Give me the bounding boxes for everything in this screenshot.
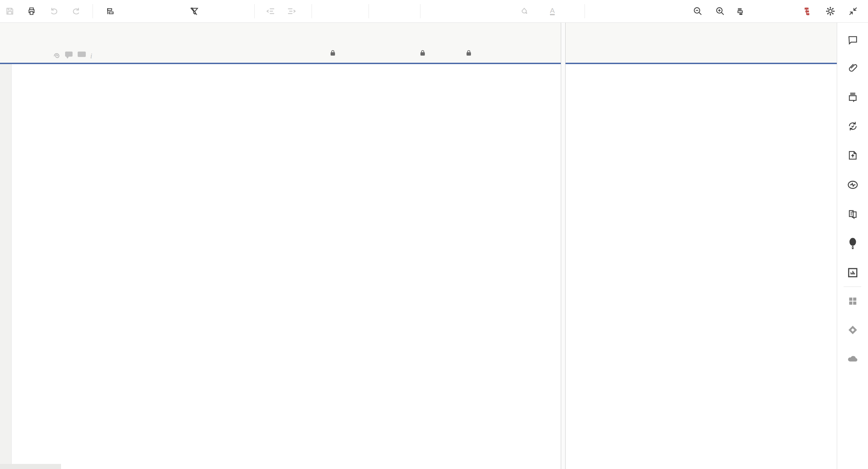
lock-icon (331, 52, 335, 56)
update-requests-icon[interactable] (848, 121, 858, 131)
comments-column-header[interactable] (65, 52, 73, 57)
start-date-column-icons[interactable] (420, 52, 425, 55)
filter-button[interactable] (190, 7, 203, 16)
toolbar: A (0, 0, 868, 23)
toolbar-separator (420, 4, 420, 18)
outdent-button[interactable] (266, 6, 275, 16)
proofs-column-header[interactable] (78, 52, 86, 57)
connectors-cloud-icon[interactable] (847, 355, 859, 363)
gantt-timeline-header (566, 22, 837, 63)
conversations-icon[interactable] (848, 35, 858, 45)
font-color-button[interactable]: A (550, 7, 557, 15)
info-italic-icon: i (90, 52, 92, 60)
settings-button[interactable] (825, 6, 835, 16)
indent-button[interactable] (287, 6, 296, 16)
toolbar-separator (585, 4, 585, 18)
smartsheet-labs-icon[interactable] (848, 238, 858, 249)
collapse-toolbar-button[interactable] (848, 6, 858, 16)
horizontal-scrollbar-thumb[interactable] (0, 464, 61, 469)
save-button[interactable] (5, 7, 14, 16)
zoom-in-icon (715, 6, 725, 16)
row-info-column-header[interactable]: i (90, 52, 92, 60)
right-rail (837, 22, 868, 469)
zoom-out-button[interactable] (693, 6, 703, 16)
toolbar-separator (93, 4, 93, 18)
zoom-out-icon (693, 6, 703, 16)
activity-log-icon[interactable] (847, 179, 858, 190)
grid-gantt-splitter[interactable] (561, 22, 566, 469)
outdent-icon (266, 6, 275, 16)
header-divider-rule (0, 63, 837, 64)
redo-icon (72, 7, 81, 16)
toolbar-separator (254, 4, 255, 18)
undo-icon (50, 7, 58, 16)
assigned-column-icons[interactable] (331, 52, 337, 55)
premium-diamond-icon[interactable] (848, 325, 858, 335)
attachments-column-header[interactable] (53, 52, 61, 60)
sheet-summary-icon[interactable] (848, 209, 858, 219)
publish-icon[interactable] (848, 150, 858, 160)
baselines-button[interactable] (736, 7, 748, 16)
gantt-view-icon (106, 7, 115, 16)
sidebar-divider (844, 287, 861, 287)
attachments-icon[interactable] (848, 63, 858, 73)
gantt-chart-area (566, 64, 837, 469)
zoom-in-button[interactable] (715, 6, 725, 16)
lock-icon (467, 52, 471, 56)
indent-icon (287, 6, 296, 16)
print-button[interactable] (27, 7, 36, 16)
toolbar-separator (369, 4, 369, 18)
left-gutter (0, 64, 12, 469)
font-color-icon: A (550, 7, 555, 15)
charts-icon[interactable] (847, 267, 858, 278)
proofs-icon[interactable] (848, 92, 858, 102)
lock-icon (420, 52, 425, 56)
filter-icon (190, 7, 199, 16)
paperclip-icon (53, 52, 61, 60)
collapse-icon (848, 6, 858, 16)
comment-icon (65, 52, 73, 57)
toolbar-separator (312, 4, 312, 18)
proof-icon (78, 52, 86, 57)
save-icon (5, 7, 14, 16)
gear-icon (825, 6, 835, 16)
print-icon (27, 7, 36, 16)
apps-grid-icon[interactable] (848, 296, 857, 306)
undo-button[interactable] (50, 7, 58, 16)
fill-color-button[interactable] (519, 7, 531, 16)
redo-button[interactable] (72, 7, 81, 16)
view-selector[interactable] (106, 7, 119, 16)
baselines-icon (736, 7, 745, 16)
critical-path-button[interactable] (802, 6, 812, 16)
due-date-column-icons[interactable] (467, 52, 471, 55)
fill-color-icon (519, 7, 528, 16)
critical-path-icon (802, 6, 812, 16)
